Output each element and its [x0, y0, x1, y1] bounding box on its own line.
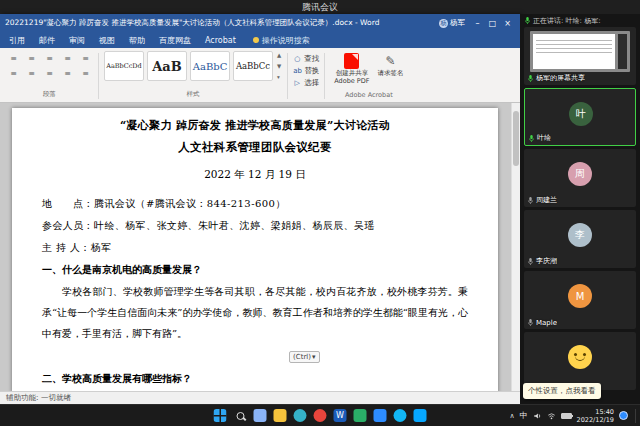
participant-avatar: 叶: [569, 102, 593, 126]
style-sample-normal[interactable]: AaBbCcDd: [104, 51, 144, 81]
document-page[interactable]: “凝心聚力 踔厉奋发 推进学校高质量发展”大讨论活动 人文社科系管理团队会议纪要…: [12, 108, 498, 391]
increase-indent-icon[interactable]: ≡: [78, 52, 93, 65]
start-button[interactable]: [214, 409, 227, 422]
meeting-panel: 正在讲话: 叶绘: 杨军: 杨军的屏幕共享 叶: [520, 14, 640, 404]
group-separator: [324, 53, 325, 99]
participant-tile-yehui[interactable]: 叶 叶绘: [524, 88, 636, 146]
paste-dropdown-icon: ▾: [312, 353, 316, 361]
participant-label: 李庆潮: [527, 256, 557, 266]
tell-me-search[interactable]: 操作说明搜索: [253, 35, 310, 46]
participant-tile-zhoujianlan[interactable]: 周 周建兰: [524, 149, 636, 207]
meeting-window-title: 腾讯会议: [302, 1, 338, 14]
word-window: 20221219"凝心聚力 踔厉奋发 推进学校高质量发展"大讨论活动（人文社科系…: [0, 14, 520, 404]
tray-time: 15:40: [577, 408, 614, 416]
styles-group-label: 样式: [104, 89, 282, 101]
decrease-indent-icon[interactable]: ≡: [60, 52, 75, 65]
tab-acrobat[interactable]: Acrobat: [198, 32, 243, 48]
paragraph-group-label: 段落: [6, 89, 93, 101]
show-desktop-button[interactable]: [635, 409, 637, 423]
task-view-icon[interactable]: [254, 409, 267, 422]
mic-icon: [527, 257, 534, 266]
ribbon-content: ≡ ≡ ≡ ≡ ≡ ≡ ≡ ≡ ≡ ≡ 段落 AaBbCcDd: [0, 48, 520, 103]
gallery-up-icon[interactable]: ▲: [277, 52, 281, 58]
replace-icon: ab: [293, 67, 301, 75]
paragraph-group: ≡ ≡ ≡ ≡ ≡ ≡ ≡ ≡ ≡ ≡ 段落: [2, 50, 97, 102]
meeting-window-titlebar: 腾讯会议: [0, 0, 640, 14]
gallery-down-icon[interactable]: ▼: [277, 63, 281, 69]
request-signature-button[interactable]: ✎ 请求签名: [378, 53, 404, 77]
style-sample-heading2[interactable]: AaBbC: [190, 51, 230, 81]
word-titlebar[interactable]: 20221219"凝心聚力 踔厉奋发 推进学校高质量发展"大讨论活动（人文社科系…: [0, 14, 520, 32]
participant-tile-emoji[interactable]: [524, 332, 636, 390]
account-chip[interactable]: 杨 杨军: [439, 18, 465, 28]
scrollbar-thumb[interactable]: [513, 111, 519, 166]
participant-label: 周建兰: [527, 195, 557, 205]
ime-indicator[interactable]: 中: [520, 410, 528, 421]
qq-icon[interactable]: [394, 409, 407, 422]
participant-tile-screenshare[interactable]: 杨军的屏幕共享: [524, 27, 636, 85]
minimize-button[interactable]: –: [470, 19, 485, 28]
personalization-tooltip[interactable]: 个性设置，点我看看: [523, 383, 601, 399]
browser-icon[interactable]: [314, 409, 327, 422]
acrobat-group: 创建并共享 Adobe PDF ✎ 请求签名 Adobe Acrobat: [326, 50, 411, 102]
select-icon: ▷: [293, 79, 301, 87]
signature-pen-icon: ✎: [386, 53, 396, 69]
participant-tile-maple[interactable]: M Maple: [524, 271, 636, 329]
file-explorer-icon[interactable]: [274, 409, 287, 422]
mic-icon: [527, 196, 534, 205]
select-button[interactable]: ▷ 选择: [293, 78, 319, 88]
tray-chevron-icon[interactable]: ∧: [509, 412, 514, 420]
notification-icon[interactable]: [619, 411, 628, 420]
participant-tile-liqingchao[interactable]: 李 李庆潮: [524, 210, 636, 268]
taskbar-icons: W: [214, 405, 427, 426]
tab-mailings[interactable]: 邮件: [32, 32, 62, 48]
find-icon: ○: [293, 55, 301, 63]
line-spacing-icon[interactable]: ≡: [78, 67, 93, 80]
gallery-more-icon[interactable]: ▾: [277, 74, 281, 80]
mic-icon: [527, 318, 534, 327]
restore-button[interactable]: □: [485, 19, 500, 28]
speaker-icon: [527, 74, 534, 83]
participant-label: 叶绘: [528, 133, 551, 143]
justify-icon[interactable]: ≡: [60, 67, 75, 80]
doc-title-line1: “凝心聚力 踔厉奋发 推进学校高质量发展”大讨论活动: [42, 118, 468, 133]
tab-baidu-netdisk[interactable]: 百度网盘: [152, 32, 198, 48]
tab-references[interactable]: 引用: [2, 32, 32, 48]
numbering-icon[interactable]: ≡: [24, 52, 39, 65]
create-share-pdf-button[interactable]: 创建并共享 Adobe PDF: [334, 53, 369, 85]
wechat-icon[interactable]: [354, 409, 367, 422]
tab-help[interactable]: 帮助: [122, 32, 152, 48]
align-center-icon[interactable]: ≡: [24, 67, 39, 80]
align-right-icon[interactable]: ≡: [42, 67, 57, 80]
network-icon[interactable]: [547, 412, 556, 420]
battery-icon[interactable]: [561, 413, 572, 419]
desktop: 腾讯会议 20221219"凝心聚力 踔厉奋发 推进学校高质量发展"大讨论活动（…: [0, 0, 640, 426]
tencent-meeting-icon[interactable]: [374, 409, 387, 422]
paste-options-button[interactable]: (Ctrl) ▾: [289, 351, 319, 363]
doc-question1: 一、什么是南京机电的高质量发展？: [42, 263, 468, 277]
volume-icon[interactable]: [533, 412, 542, 420]
vertical-scrollbar[interactable]: [511, 103, 520, 391]
tab-review[interactable]: 审阅: [62, 32, 92, 48]
close-button[interactable]: ×: [500, 19, 515, 28]
doc-host: 主 持 人：杨军: [42, 241, 468, 255]
clock[interactable]: 15:40 2022/12/19: [577, 408, 614, 424]
find-button[interactable]: ○ 查找: [293, 54, 319, 64]
search-icon[interactable]: [234, 409, 247, 422]
edge-icon[interactable]: [294, 409, 307, 422]
editing-group: ○ 查找 ab 替换 ▷ 选择: [289, 50, 323, 102]
system-tray: ∧ 中 15:40 2022/12/19: [509, 405, 637, 426]
window-controls: – □ ×: [470, 19, 515, 28]
styles-group: AaBbCcDd AaB AaBbC AaBbCc ▲ ▼ ▾ 样式: [100, 50, 286, 102]
word-icon[interactable]: W: [334, 409, 347, 422]
replace-button[interactable]: ab 替换: [293, 66, 319, 76]
doc-date: 2022 年 12 月 19 日: [42, 168, 468, 182]
style-sample-title[interactable]: AaBbCc: [233, 51, 273, 81]
bullets-icon[interactable]: ≡: [6, 52, 21, 65]
accessibility-status[interactable]: 辅助功能: 一切就绪: [6, 393, 71, 403]
netdisk-icon[interactable]: [414, 409, 427, 422]
align-left-icon[interactable]: ≡: [6, 67, 21, 80]
style-sample-heading1[interactable]: AaB: [147, 51, 187, 81]
multilevel-list-icon[interactable]: ≡: [42, 52, 57, 65]
tab-view[interactable]: 视图: [92, 32, 122, 48]
